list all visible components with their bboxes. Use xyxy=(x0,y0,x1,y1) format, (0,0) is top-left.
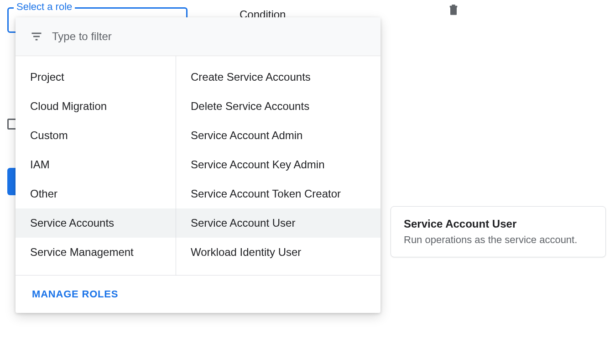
category-item[interactable]: Other xyxy=(16,179,176,208)
category-item[interactable]: Custom xyxy=(16,121,176,150)
tooltip-title: Service Account User xyxy=(404,218,593,230)
delete-button[interactable] xyxy=(447,4,462,18)
role-item[interactable]: Service Account User xyxy=(176,208,380,238)
svg-rect-2 xyxy=(452,5,455,5)
role-item[interactable]: Service Account Key Admin xyxy=(176,150,380,179)
svg-rect-1 xyxy=(450,6,457,7)
category-item[interactable]: Cloud Migration xyxy=(16,92,176,121)
role-item[interactable]: Delete Service Accounts xyxy=(176,92,380,121)
category-item[interactable]: Service Management xyxy=(16,238,176,267)
category-column: ProjectCloud MigrationCustomIAMOtherServ… xyxy=(16,56,176,275)
role-dropdown: ProjectCloud MigrationCustomIAMOtherServ… xyxy=(16,17,380,313)
dropdown-columns: ProjectCloud MigrationCustomIAMOtherServ… xyxy=(16,56,380,275)
role-item[interactable]: Service Account Admin xyxy=(176,121,380,150)
role-tooltip: Service Account User Run operations as t… xyxy=(391,206,606,257)
category-item[interactable]: Service Accounts xyxy=(16,208,176,238)
role-item[interactable]: Service Account Token Creator xyxy=(176,179,380,208)
role-field-label: Select a role xyxy=(14,1,75,13)
filter-input[interactable] xyxy=(52,30,366,43)
category-item[interactable]: IAM xyxy=(16,150,176,179)
role-column: Create Service AccountsDelete Service Ac… xyxy=(176,56,380,275)
tooltip-description: Run operations as the service account. xyxy=(404,234,593,246)
category-item[interactable]: Project xyxy=(16,62,176,92)
role-item[interactable]: Workload Identity User xyxy=(176,238,380,267)
filter-icon xyxy=(30,30,43,43)
dropdown-footer: MANAGE ROLES xyxy=(16,275,380,313)
trash-icon xyxy=(447,4,460,16)
manage-roles-link[interactable]: MANAGE ROLES xyxy=(32,288,118,300)
button-stub[interactable] xyxy=(7,168,16,195)
svg-rect-0 xyxy=(450,7,457,15)
role-item[interactable]: Create Service Accounts xyxy=(176,62,380,92)
filter-row xyxy=(16,17,380,56)
